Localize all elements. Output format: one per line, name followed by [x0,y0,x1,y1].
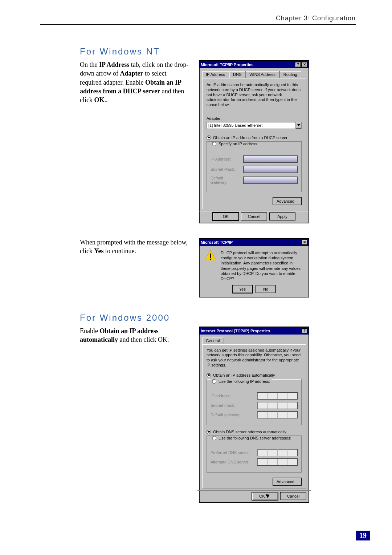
pref-dns-input[interactable] [257,449,298,456]
no-button[interactable]: No [256,285,276,293]
adapter-label: Adapter: [207,116,302,121]
dhcp-prompt-dialog: Microsoft TCP/IP ✕ DHCP protocol will at… [199,238,309,297]
cancel-button[interactable]: Cancel [241,212,267,220]
adapter-combobox[interactable]: [1] Intel 82595-Based Ethernet [207,122,302,129]
radio-auto-ip-label: Obtain an IP address automatically [213,373,275,377]
heading-win2k: For Windows 2000 [80,313,356,323]
w2k-properties-dialog: Internet Protocol (TCP/IP) Properties ? … [199,327,309,503]
t: Enable [80,327,99,335]
subnet-mask-input[interactable] [243,166,298,173]
prompt-text: DHCP protocol will attempt to automatica… [221,250,303,281]
gateway-input[interactable] [243,177,298,184]
gateway-label: Default gateway: [211,413,254,417]
t: OK [94,96,104,104]
help-icon[interactable]: ? [302,328,307,333]
prompt-title: Microsoft TCP/IP [201,240,301,244]
radio-use-ip-label: Use the following IP address: [219,379,270,384]
win2k-paragraph: Enable Obtain an IP address automaticall… [80,327,189,344]
prompt-titlebar: Microsoft TCP/IP ✕ [200,239,309,246]
adapter-value: [1] Intel 82595-Based Ethernet [207,123,295,127]
cancel-button[interactable]: Cancel [280,492,306,500]
page-header: Chapter 3: Configuration [40,15,356,24]
nt-description: An IP address can be automatically assig… [207,82,302,108]
radio-auto-dns[interactable] [207,430,211,434]
radio-specify-ip-label: Specify an IP address [219,142,257,146]
heading-winnt: For Windows NT [80,46,356,57]
ok-button[interactable]: OK [213,212,239,220]
ip-address-label: IP Address: [211,157,240,161]
radio-dhcp-label: Obtain an IP address from a DHCP server [213,135,287,140]
w2k-description: You can get IP settings assigned automat… [207,348,302,368]
page-number: 19 [356,531,370,540]
t: to continue. [103,247,136,255]
ip-address-label: IP address: [211,394,254,398]
subnet-mask-label: Subnet mask: [211,403,254,408]
t: and then click OK. [118,336,169,343]
subnet-mask-input[interactable] [257,402,298,409]
w2k-titlebar: Internet Protocol (TCP/IP) Properties ? [200,327,309,335]
subnet-mask-label: Subnet Mask: [211,167,240,171]
radio-specify-ip[interactable] [212,142,216,146]
nt-tab-body: An IP address can be automatically assig… [202,78,306,209]
radio-auto-ip[interactable] [207,373,211,377]
t: Yes [94,247,103,255]
chevron-down-icon[interactable] [295,122,301,129]
alt-dns-label: Alternate DNS server: [211,460,254,464]
ok-button[interactable]: OK [252,492,278,500]
tab-ip-address[interactable]: IP Address [202,71,229,78]
t: On the [80,61,99,68]
use-dns-group: Use the following DNS server addresses: … [207,436,302,473]
nt-title: Microsoft TCP/IP Properties [201,62,294,67]
w2k-title: Internet Protocol (TCP/IP) Properties [201,329,301,333]
w2k-tab-body: You can get IP settings assigned automat… [202,344,306,489]
close-icon[interactable]: ✕ [302,62,307,67]
winnt-prompt-paragraph: When prompted with the message below, cl… [80,238,189,256]
advanced-button[interactable]: Advanced... [273,197,302,205]
advanced-button[interactable]: Advanced... [273,478,302,486]
radio-auto-dns-label: Obtain DNS server address automatically [213,430,286,434]
tab-routing[interactable]: Routing [279,71,301,78]
warning-icon [205,250,216,262]
radio-use-ip[interactable] [212,379,216,384]
nt-tabs: IP Address DNS WINS Address Routing [200,68,309,78]
use-ip-group: Use the following IP address: IP address… [207,379,302,425]
pref-dns-label: Preferred DNS server: [211,450,254,455]
ok-label: OK [259,494,265,498]
radio-use-dns[interactable] [212,436,216,440]
nt-properties-dialog: Microsoft TCP/IP Properties ? ✕ IP Addre… [199,60,309,223]
close-icon[interactable]: ✕ [302,240,307,245]
radio-dhcp[interactable] [207,135,211,140]
cursor-icon [266,493,271,499]
t: Adapter [120,70,143,77]
apply-button[interactable]: Apply [269,212,295,220]
gateway-label: Default Gateway: [211,176,240,185]
radio-use-dns-label: Use the following DNS server addresses: [219,436,291,440]
yes-button[interactable]: Yes [232,285,253,293]
header-rule [40,24,356,25]
alt-dns-input[interactable] [257,458,298,466]
ip-address-input[interactable] [257,392,298,400]
help-icon[interactable]: ? [295,62,301,67]
tab-dns[interactable]: DNS [229,71,245,78]
t: IP Address [99,61,129,68]
gateway-input[interactable] [257,411,298,418]
tab-wins[interactable]: WINS Address [245,71,279,78]
specify-ip-group: Specify an IP address IP Address: Subnet… [207,141,302,192]
ip-address-input[interactable] [243,155,298,163]
tab-general[interactable]: General [202,337,224,344]
nt-titlebar: Microsoft TCP/IP Properties ? ✕ [200,61,309,68]
t: .. [105,96,108,104]
winnt-paragraph: On the IP Address tab, click on the drop… [80,60,189,104]
